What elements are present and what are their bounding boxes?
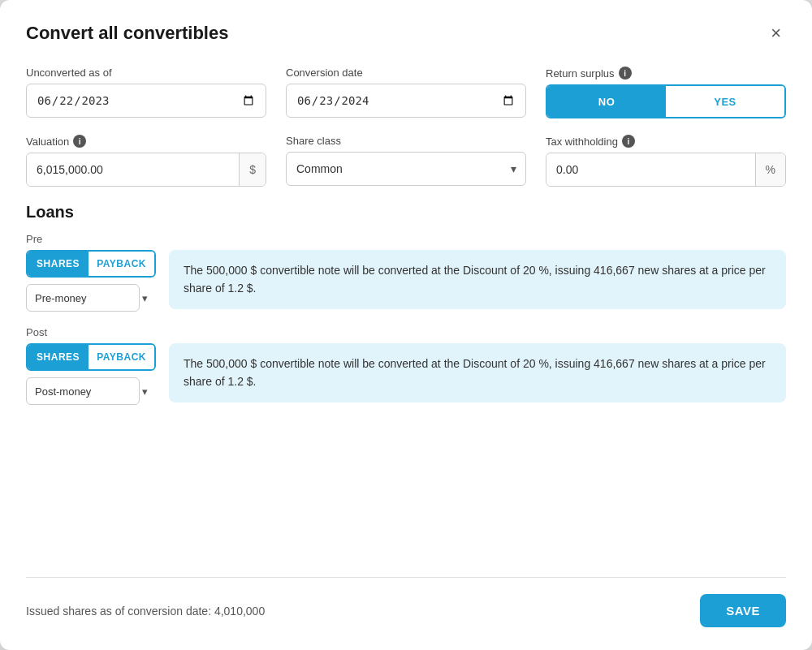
pre-money-select[interactable]: Pre-money Post-money xyxy=(26,284,140,312)
post-loan-left: SHARES PAYBACK Pre-money Post-money xyxy=(26,343,156,405)
save-button[interactable]: SAVE xyxy=(700,594,786,627)
pre-shares-payback-toggle: SHARES PAYBACK xyxy=(26,250,156,278)
conversion-date-input[interactable] xyxy=(286,84,526,118)
issued-shares-text: Issued shares as of conversion date: 4,0… xyxy=(26,605,265,618)
share-class-group: Share class Common Preferred xyxy=(286,135,526,187)
share-class-label: Share class xyxy=(286,135,526,147)
valuation-suffix: $ xyxy=(239,153,266,186)
post-payback-button[interactable]: PAYBACK xyxy=(89,345,154,369)
tax-withholding-input-wrapper: % xyxy=(546,153,786,187)
share-class-select-wrapper: Common Preferred xyxy=(286,152,526,186)
pre-payback-button[interactable]: PAYBACK xyxy=(89,252,154,276)
pre-shares-button[interactable]: SHARES xyxy=(28,252,89,276)
conversion-date-group: Conversion date xyxy=(286,67,526,118)
post-loan-controls: SHARES PAYBACK Pre-money Post-money The … xyxy=(26,343,786,405)
post-money-select[interactable]: Pre-money Post-money xyxy=(26,377,140,405)
modal-container: Convert all convertibles × Unconverted a… xyxy=(0,0,812,650)
return-surplus-label: Return surplus i xyxy=(546,67,786,80)
unconverted-group: Unconverted as of xyxy=(26,67,266,118)
post-info-box: The 500,000 $ convertible note will be c… xyxy=(169,343,786,402)
return-surplus-toggle: NO YES xyxy=(546,84,786,118)
modal-header: Convert all convertibles × xyxy=(26,23,786,44)
close-button[interactable]: × xyxy=(766,23,786,44)
form-row-1: Unconverted as of Conversion date Return… xyxy=(26,67,786,118)
post-dropdown-wrapper: Pre-money Post-money xyxy=(26,377,156,405)
return-surplus-group: Return surplus i NO YES xyxy=(546,67,786,118)
pre-loan-controls: SHARES PAYBACK Pre-money Post-money The … xyxy=(26,250,786,312)
return-surplus-yes-button[interactable]: YES xyxy=(666,86,784,117)
valuation-input[interactable] xyxy=(27,155,239,184)
pre-info-box: The 500,000 $ convertible note will be c… xyxy=(169,250,786,309)
tax-withholding-input[interactable] xyxy=(546,155,755,184)
form-row-2: Valuation i $ Share class Common Preferr… xyxy=(26,135,786,187)
tax-withholding-suffix: % xyxy=(755,153,785,186)
pre-loan-group: Pre SHARES PAYBACK Pre-money Post-money … xyxy=(26,233,786,312)
loans-section: Loans Pre SHARES PAYBACK Pre-money Post-… xyxy=(26,203,786,405)
unconverted-label: Unconverted as of xyxy=(26,67,266,79)
tax-withholding-label: Tax withholding i xyxy=(546,135,786,148)
post-shares-button[interactable]: SHARES xyxy=(28,345,89,369)
post-loan-group: Post SHARES PAYBACK Pre-money Post-money… xyxy=(26,326,786,405)
valuation-info-icon: i xyxy=(73,135,86,148)
post-label: Post xyxy=(26,326,786,338)
unconverted-input[interactable] xyxy=(26,84,266,118)
tax-withholding-group: Tax withholding i % xyxy=(546,135,786,187)
loans-title: Loans xyxy=(26,203,786,222)
valuation-label: Valuation i xyxy=(26,135,266,148)
return-surplus-no-button[interactable]: NO xyxy=(547,86,666,117)
valuation-input-wrapper: $ xyxy=(26,153,266,187)
return-surplus-info-icon: i xyxy=(619,67,632,80)
share-class-select[interactable]: Common Preferred xyxy=(286,152,526,186)
modal-title: Convert all convertibles xyxy=(26,23,228,44)
modal-footer: Issued shares as of conversion date: 4,0… xyxy=(26,577,786,627)
tax-withholding-info-icon: i xyxy=(622,135,635,148)
post-shares-payback-toggle: SHARES PAYBACK xyxy=(26,343,156,371)
conversion-date-label: Conversion date xyxy=(286,67,526,79)
valuation-group: Valuation i $ xyxy=(26,135,266,187)
pre-label: Pre xyxy=(26,233,786,245)
pre-dropdown-wrapper: Pre-money Post-money xyxy=(26,284,156,312)
pre-loan-left: SHARES PAYBACK Pre-money Post-money xyxy=(26,250,156,312)
